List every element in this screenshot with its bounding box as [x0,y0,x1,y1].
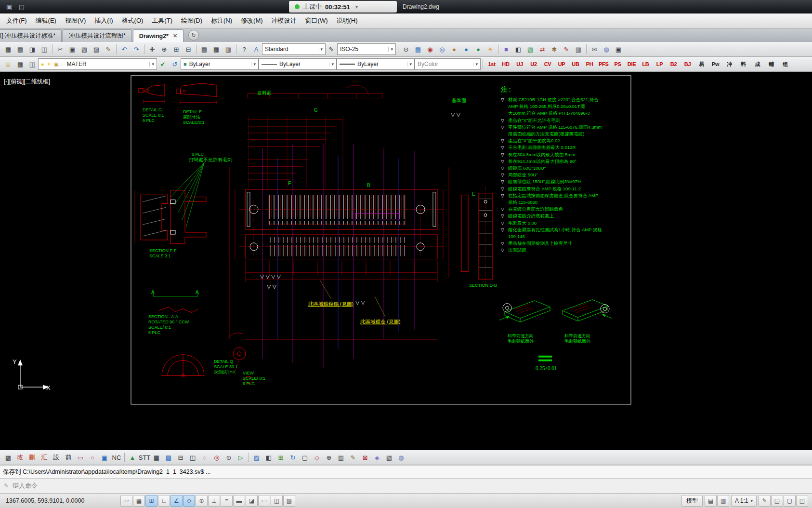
menu-item[interactable]: 说明(H) [332,13,362,28]
model-space-button[interactable]: 模型 [681,495,703,507]
stt-button[interactable]: STT [139,452,150,463]
layer-previous-icon[interactable]: ↺ [169,58,181,70]
otrack-toggle[interactable]: ⊕ [196,495,208,507]
delete-cn-button[interactable]: 刪 [26,452,38,463]
redo-icon[interactable]: ↷ [131,43,142,55]
BJ[interactable]: BJ [681,58,694,70]
color-combo[interactable]: ■ ByLayer ▾ [181,58,259,70]
menu-item[interactable]: 插入(I) [90,13,117,28]
annotation-scale-button[interactable]: A 1:1 ▾ [731,495,757,507]
zoom-window-icon[interactable]: ⊞ [170,43,182,55]
modify-cn-button[interactable]: 改 [14,452,26,463]
green-sphere-icon[interactable]: ● [472,43,484,55]
forward-cn-button[interactable]: 前 [63,452,74,463]
B2[interactable]: B2 [667,58,681,70]
mail-icon[interactable]: ✉ [589,43,600,55]
lock-ui-icon[interactable]: ◳ [796,495,808,507]
rows-tool-icon[interactable]: ▥ [335,452,347,463]
box-tool-icon[interactable]: ▢ [299,452,311,463]
match-properties-icon[interactable]: ✎ [103,43,114,55]
menu-item[interactable]: 视图(V) [61,13,90,28]
properties-icon[interactable]: ▤ [198,43,210,55]
menu-item[interactable]: 绘图(D) [177,13,207,28]
layer-color-swatch[interactable]: □ [61,61,65,67]
donut-tool-icon[interactable]: ◎ [211,452,223,463]
block-tool-icon[interactable]: ▣ [99,452,110,463]
web-icon[interactable]: ◍ [601,43,612,55]
selection-cycling-toggle[interactable]: ◫ [271,495,283,507]
render-sphere-icon[interactable]: ● [460,43,472,55]
layer-lock-icon[interactable]: ▣ [54,61,59,67]
triangle-tool-icon[interactable]: ▲ [127,452,138,463]
menu-item[interactable]: 编辑(E) [31,13,61,28]
DIE[interactable]: DIE [625,58,639,70]
save-icon[interactable]: ▦ [2,43,14,55]
extra-icon[interactable]: ▣ [613,43,624,55]
red-pen-icon[interactable]: ✎ [561,43,572,55]
copy-icon[interactable]: ▣ [66,43,78,55]
drawing-canvas[interactable]: [-][俯视][二维线框] DETAIL GSCALE 8:16 PLC DET… [0,72,812,450]
輔[interactable]: 輔 [765,58,778,70]
menu-item[interactable]: 格式(O) [118,13,148,28]
annotation-visibility-icon[interactable]: ✎ [759,495,771,507]
PS[interactable]: PS [611,58,625,70]
menu-item[interactable]: 文件(F) [2,13,31,28]
lineweight-combo[interactable]: ByLayer ▾ [337,58,415,70]
transparency-toggle[interactable]: ◪ [246,495,258,507]
play-tool-icon[interactable]: ▷ [235,452,247,463]
workspace-icon[interactable]: ◱ [771,495,783,507]
zoom-plus-icon[interactable]: ⊕ [323,452,335,463]
lineweight-toggle[interactable]: ▬ [233,495,245,507]
tab-overflow-button[interactable]: ↻ [188,30,199,40]
ducs-toggle[interactable]: ⊥ [208,495,220,507]
collect-cn-button[interactable]: 汇 [39,452,50,463]
hatch-tool-icon[interactable]: ▨ [251,452,262,463]
quick-properties-toggle[interactable]: ▭ [258,495,270,507]
zoom-previous-icon[interactable]: ⊟ [183,43,194,55]
clean-screen-icon[interactable]: ▢ [784,495,796,507]
layer-properties-icon[interactable]: ≣ [2,58,14,70]
CV[interactable]: CV [541,58,554,70]
ellipse-tool-icon[interactable]: ◌ [199,452,210,463]
split-box-icon[interactable]: ◫ [187,452,198,463]
tab-drawing2[interactable]: Drawing2* ✕ [133,29,183,42]
gem-tool-icon[interactable]: ◈ [371,452,383,463]
design-cn-button[interactable]: 設 [51,452,62,463]
plus-box-icon[interactable]: ⊞ [275,452,287,463]
publish-icon[interactable]: ◫ [39,43,50,55]
sheet-set-icon[interactable]: ▤ [412,43,424,55]
help-icon[interactable]: ? [238,43,250,55]
polar-toggle[interactable]: ∠ [170,495,183,507]
layers-panel-icon[interactable]: ▧ [524,43,536,55]
menu-item[interactable]: 标注(N) [207,13,236,28]
UB[interactable]: UB [569,58,582,70]
tools-icon[interactable]: ✱ [549,43,560,55]
cube-icon[interactable]: ■ [500,43,512,55]
copy-base-icon[interactable]: ▧ [79,43,90,55]
close-box-icon[interactable]: ⊠ [359,452,371,463]
menu-item[interactable]: 窗口(W) [301,13,332,28]
table-tool-icon[interactable]: ▦ [151,452,162,463]
layer-isolate-icon[interactable]: ◫ [26,58,38,70]
冲[interactable]: 冲 [723,58,736,70]
text-style-icon[interactable]: A [250,43,262,55]
dyn-toggle[interactable]: ≡ [221,495,233,507]
layer-freeze-icon[interactable]: ☀ [47,61,52,67]
组[interactable]: 组 [779,58,792,70]
料[interactable]: 料 [737,58,750,70]
PH[interactable]: PH [583,58,596,70]
paste-icon[interactable]: ▨ [91,43,102,55]
recording-timer[interactable]: 上课中 00:32:51 ▾ [289,1,397,13]
panel-icon[interactable]: ▥ [573,43,584,55]
gradient-tool-icon[interactable]: ◧ [263,452,275,463]
orbit-icon[interactable]: ◎ [436,43,448,55]
plotstyle-combo[interactable]: ByColor ▾ [415,58,481,70]
circle-tool-icon[interactable]: ○ [87,452,98,463]
command-input[interactable]: ✎ 键入命令 [0,478,812,493]
LP[interactable]: LP [653,58,667,70]
tab-die-standard[interactable]: [图]-冲压模具设计标准* [0,29,62,42]
cut-icon[interactable]: ✂ [54,43,66,55]
zoom-realtime-icon[interactable]: ⊕ [158,43,170,55]
viewport-controls[interactable]: [-][俯视][二维线框] [4,78,50,86]
pan-icon[interactable]: ✚ [146,43,158,55]
